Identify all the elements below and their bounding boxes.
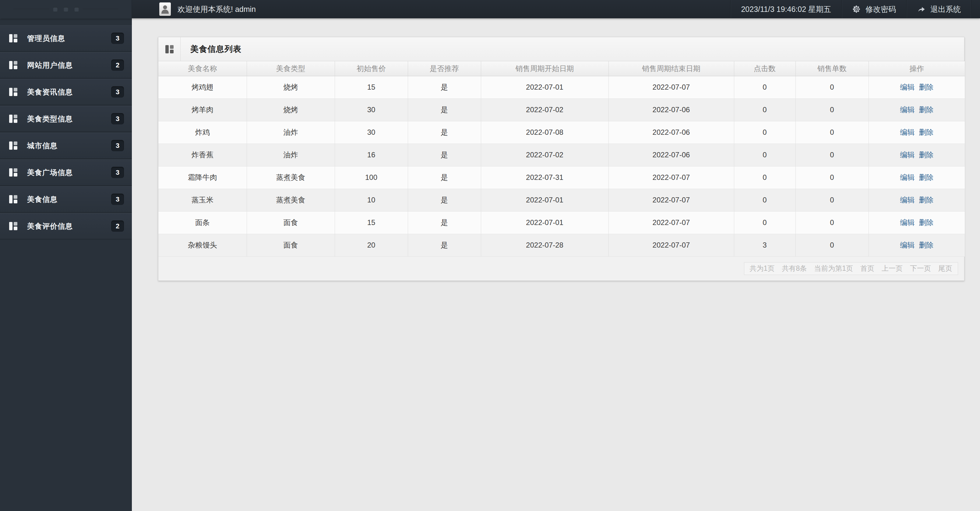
cell-type: 面食 bbox=[247, 211, 335, 234]
cell-end: 2022-07-07 bbox=[608, 211, 734, 234]
cell-recommended: 是 bbox=[408, 76, 481, 99]
sidebar-item-7[interactable]: 美食评价信息 2 bbox=[0, 213, 132, 239]
panel-icon-cell bbox=[158, 37, 181, 61]
change-password-label: 修改密码 bbox=[865, 4, 896, 14]
grid-icon bbox=[9, 142, 18, 150]
grid-icon bbox=[9, 34, 18, 42]
cell-type: 油炸 bbox=[247, 144, 335, 166]
sidebar-item-6[interactable]: 美食信息 3 bbox=[0, 186, 132, 212]
delete-link[interactable]: 删除 bbox=[919, 241, 934, 249]
table-row: 霜降牛肉蒸煮美食100是2022-07-312022-07-0700编辑删除 bbox=[158, 166, 965, 189]
cell-clicks: 0 bbox=[734, 211, 795, 234]
logout-arrow-icon bbox=[917, 5, 926, 14]
cell-type: 面食 bbox=[247, 234, 335, 256]
cell-actions: 编辑删除 bbox=[869, 99, 965, 121]
pagination-link[interactable]: 下一页 bbox=[910, 264, 931, 273]
welcome-text: 欢迎使用本系统! admin bbox=[178, 4, 256, 14]
cell-end: 2022-07-07 bbox=[608, 76, 734, 99]
sidebar-item-count-badge: 3 bbox=[111, 193, 124, 205]
delete-link[interactable]: 删除 bbox=[919, 128, 934, 136]
column-header: 是否推荐 bbox=[408, 61, 481, 76]
grid-icon bbox=[9, 115, 18, 123]
sidebar: 管理员信息 3 网站用户信息 2 美食资讯信息 3 美食类型信息 3 城市信息 … bbox=[0, 18, 132, 511]
sidebar-menu: 管理员信息 3 网站用户信息 2 美食资讯信息 3 美食类型信息 3 城市信息 … bbox=[0, 25, 132, 239]
delete-link[interactable]: 删除 bbox=[919, 218, 934, 227]
cell-clicks: 0 bbox=[734, 99, 795, 121]
cell-price: 15 bbox=[335, 76, 408, 99]
delete-link[interactable]: 删除 bbox=[919, 105, 934, 114]
logout-button[interactable]: 退出系统 bbox=[906, 0, 972, 18]
cell-orders: 0 bbox=[795, 99, 869, 121]
cell-name: 烤鸡翅 bbox=[158, 76, 247, 99]
sidebar-item-count-badge: 3 bbox=[111, 86, 124, 97]
cell-name: 烤羊肉 bbox=[158, 99, 247, 121]
cell-recommended: 是 bbox=[408, 121, 481, 144]
cell-orders: 0 bbox=[795, 211, 869, 234]
cell-end: 2022-07-07 bbox=[608, 166, 734, 189]
sidebar-item-2[interactable]: 美食资讯信息 3 bbox=[0, 79, 132, 105]
cell-recommended: 是 bbox=[408, 189, 481, 211]
cell-end: 2022-07-06 bbox=[608, 144, 734, 166]
cell-recommended: 是 bbox=[408, 99, 481, 121]
cell-price: 100 bbox=[335, 166, 408, 189]
pagination-link[interactable]: 首页 bbox=[860, 264, 874, 273]
cell-actions: 编辑删除 bbox=[869, 121, 965, 144]
sidebar-item-3[interactable]: 美食类型信息 3 bbox=[0, 106, 132, 132]
delete-link[interactable]: 删除 bbox=[919, 196, 934, 204]
change-password-button[interactable]: 修改密码 bbox=[842, 0, 906, 18]
handle-squares bbox=[53, 7, 79, 11]
topbar: 欢迎使用本系统! admin 2023/11/3 19:46:02 星期五 修改… bbox=[0, 0, 980, 18]
delete-link[interactable]: 删除 bbox=[919, 151, 934, 159]
pagination-info: 共为1页 bbox=[750, 264, 775, 273]
cell-type: 烧烤 bbox=[247, 76, 335, 99]
edit-link[interactable]: 编辑 bbox=[900, 105, 915, 114]
sidebar-item-label: 美食信息 bbox=[27, 195, 57, 204]
sidebar-item-count-badge: 2 bbox=[111, 220, 124, 232]
pagination-link[interactable]: 上一页 bbox=[881, 264, 903, 273]
grid-icon bbox=[9, 168, 18, 177]
pagination-info: 当前为第1页 bbox=[814, 264, 853, 273]
sidebar-collapse-handle[interactable] bbox=[0, 0, 132, 18]
edit-link[interactable]: 编辑 bbox=[900, 128, 915, 136]
table-header-row: 美食名称美食类型初始售价是否推荐销售周期开始日期销售周期结束日期点击数销售单数操… bbox=[158, 61, 965, 76]
sidebar-item-5[interactable]: 美食广场信息 3 bbox=[0, 160, 132, 185]
cell-price: 30 bbox=[335, 121, 408, 144]
cell-start: 2022-07-02 bbox=[481, 144, 608, 166]
gear-icon bbox=[852, 5, 861, 14]
welcome-area: 欢迎使用本系统! admin bbox=[132, 2, 256, 16]
edit-link[interactable]: 编辑 bbox=[900, 173, 915, 181]
cell-start: 2022-07-31 bbox=[481, 166, 608, 189]
delete-link[interactable]: 删除 bbox=[919, 83, 934, 91]
edit-link[interactable]: 编辑 bbox=[900, 241, 915, 249]
cell-type: 蒸煮美食 bbox=[247, 166, 335, 189]
table-row: 杂粮馒头面食20是2022-07-282022-07-0730编辑删除 bbox=[158, 234, 965, 256]
cell-end: 2022-07-06 bbox=[608, 99, 734, 121]
edit-link[interactable]: 编辑 bbox=[900, 218, 915, 227]
edit-link[interactable]: 编辑 bbox=[900, 151, 915, 159]
cell-actions: 编辑删除 bbox=[869, 144, 965, 166]
cell-clicks: 0 bbox=[734, 189, 795, 211]
handle-line-left bbox=[13, 9, 49, 10]
sidebar-item-1[interactable]: 网站用户信息 2 bbox=[0, 52, 132, 78]
cell-price: 10 bbox=[335, 189, 408, 211]
cell-price: 15 bbox=[335, 211, 408, 234]
cell-actions: 编辑删除 bbox=[869, 211, 965, 234]
cell-orders: 0 bbox=[795, 166, 869, 189]
cell-start: 2022-07-01 bbox=[481, 76, 608, 99]
panel-footer: 共为1页共有8条当前为第1页首页上一页下一页尾页 bbox=[158, 257, 964, 281]
sidebar-item-4[interactable]: 城市信息 3 bbox=[0, 133, 132, 158]
edit-link[interactable]: 编辑 bbox=[900, 83, 915, 91]
sidebar-item-label: 美食广场信息 bbox=[27, 168, 73, 177]
delete-link[interactable]: 删除 bbox=[919, 173, 934, 181]
cell-recommended: 是 bbox=[408, 211, 481, 234]
cell-start: 2022-07-02 bbox=[481, 99, 608, 121]
cell-clicks: 0 bbox=[734, 76, 795, 99]
pagination-link[interactable]: 尾页 bbox=[938, 264, 952, 273]
table-body: 烤鸡翅烧烤15是2022-07-012022-07-0700编辑删除烤羊肉烧烤3… bbox=[158, 76, 965, 256]
table-row: 炸香蕉油炸16是2022-07-022022-07-0600编辑删除 bbox=[158, 144, 965, 166]
cell-clicks: 0 bbox=[734, 166, 795, 189]
edit-link[interactable]: 编辑 bbox=[900, 196, 915, 204]
sidebar-item-0[interactable]: 管理员信息 3 bbox=[0, 25, 132, 51]
sidebar-item-count-badge: 3 bbox=[111, 33, 124, 44]
sidebar-item-label: 管理员信息 bbox=[27, 34, 65, 43]
